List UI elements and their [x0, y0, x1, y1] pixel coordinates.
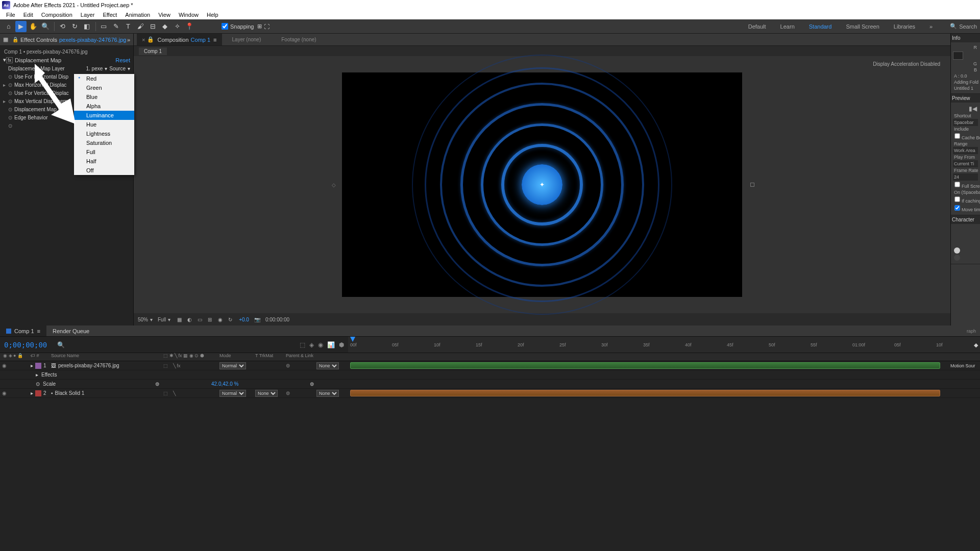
dropdown-item-green[interactable]: Green [74, 83, 134, 92]
pen-tool[interactable]: ✎ [110, 21, 121, 32]
reset-link[interactable]: Reset [115, 57, 130, 63]
dropdown-item-blue[interactable]: Blue [74, 92, 134, 102]
tab-menu-icon[interactable]: ≡ [37, 328, 40, 334]
layer-tab[interactable]: Layer (none) [222, 37, 272, 42]
handle-right[interactable] [750, 183, 754, 187]
trkmat-select[interactable]: None [255, 390, 278, 397]
layer-name[interactable]: Black Solid 1 [55, 390, 85, 396]
snap-icon2[interactable]: ⛶ [264, 23, 270, 30]
pickwhip-icon[interactable]: ⊚ [286, 390, 290, 396]
brush-tool[interactable]: 🖌 [135, 21, 146, 32]
ws-overflow-icon[interactable]: » [922, 23, 940, 30]
eye-icon[interactable]: ◉ [2, 390, 7, 396]
move-time-checkbox[interactable]: Move tim [953, 204, 978, 213]
scale-value[interactable]: 42.0,42.0 % [211, 381, 238, 387]
effect-header[interactable]: ▾ fx Displacement Map Reset [0, 56, 133, 64]
comp-subtab[interactable]: Comp 1 [139, 47, 167, 55]
idx-col[interactable]: 🏷 # [31, 353, 51, 361]
stopwatch-icon[interactable]: ⊙ [8, 90, 14, 96]
home-tool[interactable]: ⌂ [3, 21, 14, 32]
playhead[interactable] [350, 337, 355, 342]
rotate-tool[interactable]: ↻ [69, 21, 80, 32]
graph-label[interactable]: raph [967, 329, 980, 334]
snap-icon[interactable]: ⊞ [257, 23, 262, 30]
effect-controls-tab[interactable]: ▦ 🔒 Effect Controls pexels-pixabay-24767… [0, 34, 133, 46]
exposure-value[interactable]: +0.0 [239, 317, 249, 322]
work-area-field[interactable]: Work Area [953, 147, 978, 154]
menu-file[interactable]: File [2, 12, 19, 18]
pickwhip-icon[interactable]: ⊚ [310, 381, 314, 387]
dropdown-item-full[interactable]: Full [74, 147, 134, 157]
current-timecode[interactable]: 0;00;00;00 [4, 341, 47, 349]
fullscreen-checkbox[interactable]: Full Scre [953, 181, 978, 189]
if-caching-checkbox[interactable]: If caching [953, 195, 978, 204]
time-ruler[interactable]: 00f 05f 10f 15f 20f 25f 30f 35f 40f 45f … [348, 337, 980, 353]
menu-edit[interactable]: Edit [19, 12, 37, 18]
info-panel-title[interactable]: Info [951, 34, 980, 42]
dropdown-item-saturation[interactable]: Saturation [74, 138, 134, 147]
scale-subrow[interactable]: ⊙ Scale ⊚ 42.0,42.0 % ⊚ [0, 380, 980, 389]
puppet-tool[interactable]: 📍 [184, 21, 195, 32]
layer-search-icon[interactable]: 🔍 [57, 341, 65, 348]
stopwatch-icon[interactable]: ⊙ [8, 115, 14, 120]
dropdown-item-lightness[interactable]: Lightness [74, 129, 134, 138]
ws-small[interactable]: Small Screen [839, 23, 886, 30]
motion-blur-icon[interactable]: ◉ [318, 341, 323, 348]
chevron-down-icon[interactable]: ▾ [168, 317, 170, 322]
trk-col[interactable]: T TrkMat [255, 353, 286, 361]
av-col[interactable]: ◉ ◈ ● 🔒 [0, 353, 31, 361]
twirl-icon[interactable]: ▸ [3, 82, 8, 88]
switches-col[interactable]: ⬚ ✱ ╲ fx ▦ ◉ ⊙ ⬢ [163, 353, 219, 361]
blend-mode-select[interactable]: Normal [219, 362, 246, 369]
eraser-tool[interactable]: ◆ [159, 21, 170, 32]
mask-icon[interactable]: ◐ [186, 316, 193, 323]
link-icon[interactable]: ⊚ [155, 381, 159, 387]
menu-layer[interactable]: Layer [77, 12, 99, 18]
dropdown-item-alpha[interactable]: Alpha [74, 102, 134, 111]
stamp-tool[interactable]: ⊟ [147, 21, 158, 32]
chevron-down-icon[interactable]: ▾ [128, 66, 130, 71]
pickwhip-icon[interactable]: ⊚ [286, 363, 290, 368]
composition-tab[interactable]: × 🔒 Composition Comp 1 ≡ [137, 34, 222, 45]
dropdown-item-half[interactable]: Half [74, 157, 134, 166]
ws-libraries[interactable]: Libraries [887, 23, 922, 30]
layer-duration-bar[interactable] [350, 362, 940, 369]
layer-duration-bar[interactable] [350, 390, 940, 396]
blend-mode-select[interactable]: Normal [219, 390, 246, 397]
preview-controls[interactable]: ▮◀ [953, 105, 978, 113]
twirl-icon[interactable]: ▸ [31, 363, 33, 368]
reset-exposure-icon[interactable]: ↻ [227, 316, 234, 323]
timeline-tab-render-queue[interactable]: Render Queue [46, 325, 95, 336]
snapping-checkbox[interactable] [222, 23, 228, 30]
layer-name[interactable]: pexels-pixabay-247676.jpg [58, 363, 119, 368]
snapping-control[interactable]: Snapping ⊞ ⛶ [222, 23, 270, 30]
preview-panel-title[interactable]: Preview [951, 94, 980, 103]
handle-left[interactable]: ◇ [332, 182, 336, 188]
selection-tool[interactable]: ▶ [15, 21, 27, 32]
twirl-icon[interactable]: ▸ [36, 372, 38, 378]
stroke-swatch[interactable] [954, 255, 960, 261]
layer-row[interactable]: ◉ ▸ 1 🖼 pexels-pixabay-247676.jpg ⬚ ╲ fx… [0, 361, 980, 370]
menu-composition[interactable]: Composition [37, 12, 77, 18]
frame-blend-icon[interactable]: ◈ [309, 341, 314, 348]
comp-canvas[interactable]: ◇ ✦ [342, 72, 742, 297]
spacebar-field[interactable]: Spacebar [953, 119, 978, 126]
chevron-down-icon[interactable]: ▾ [150, 317, 153, 322]
footage-tab[interactable]: Footage (none) [271, 37, 326, 42]
timecode-display[interactable]: 0:00:00:00 [265, 317, 289, 322]
stopwatch-icon[interactable]: ⊙ [8, 123, 14, 129]
stopwatch-icon[interactable]: ⊙ [8, 107, 14, 112]
displacement-channel-dropdown[interactable]: Red Green Blue Alpha Luminance Hue Light… [74, 74, 134, 175]
stopwatch-icon[interactable]: ⊙ [8, 74, 14, 80]
eye-icon[interactable]: ◉ [2, 363, 7, 368]
dropdown-item-luminance[interactable]: Luminance [74, 111, 134, 120]
menu-help[interactable]: Help [203, 12, 223, 18]
menu-view[interactable]: View [154, 12, 175, 18]
mode-col[interactable]: Mode [219, 353, 255, 361]
camera-tool[interactable]: ◧ [81, 21, 92, 32]
source-col[interactable]: Source Name [51, 353, 163, 361]
resolution-select[interactable]: Full ▾ [158, 317, 170, 322]
ws-standard[interactable]: Standard [802, 23, 839, 30]
region-icon[interactable]: ▭ [196, 316, 203, 323]
frame-rate-field[interactable]: 24 [953, 173, 978, 181]
